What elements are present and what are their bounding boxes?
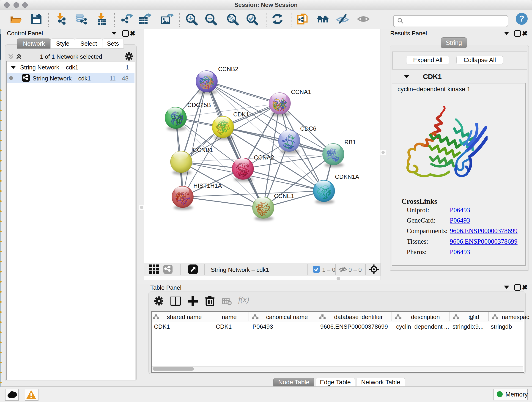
svg-text:CDC6: CDC6 xyxy=(300,125,317,132)
svg-text:CCNB1: CCNB1 xyxy=(193,147,213,153)
svg-text:CCNA1: CCNA1 xyxy=(291,89,311,95)
svg-text:HIST1H1A: HIST1H1A xyxy=(193,182,222,189)
svg-text:CDK1: CDK1 xyxy=(233,111,249,118)
svg-text:CDKN1A: CDKN1A xyxy=(335,173,359,180)
svg-text:CCNE1: CCNE1 xyxy=(274,192,294,199)
svg-text:CDC25B: CDC25B xyxy=(187,102,211,108)
svg-text:RB1: RB1 xyxy=(344,139,356,146)
svg-text:CCNA2: CCNA2 xyxy=(254,154,274,161)
svg-text:CCNB2: CCNB2 xyxy=(218,65,238,72)
